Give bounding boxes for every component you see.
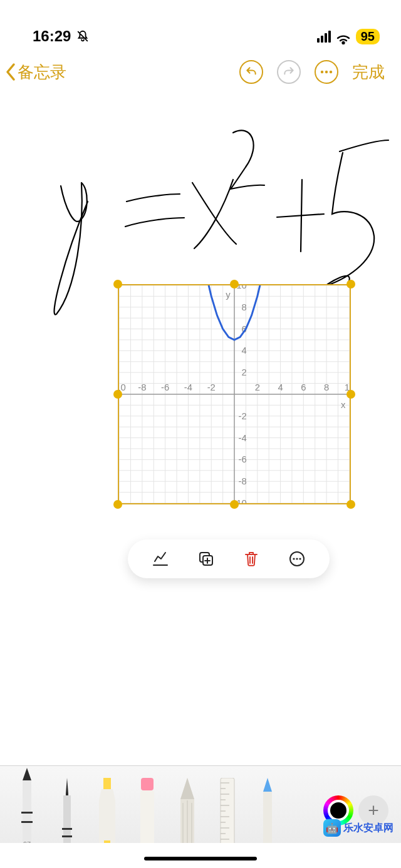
svg-point-0	[321, 71, 323, 73]
chevron-left-icon	[5, 63, 16, 81]
redo-button[interactable]	[277, 60, 301, 84]
svg-text:y: y	[226, 290, 231, 300]
status-bar: 16:29 95	[0, 0, 401, 49]
resize-handle[interactable]	[346, 280, 355, 288]
wifi-icon	[336, 31, 351, 42]
svg-text:8: 8	[324, 382, 329, 392]
delete-button[interactable]	[242, 549, 261, 568]
svg-text:2: 2	[255, 382, 260, 392]
note-canvas[interactable]: -10-8-6-4-2246810-10-8-6-4-2246810xy	[0, 95, 401, 746]
svg-point-73	[293, 558, 294, 559]
copy-button[interactable]	[197, 549, 216, 568]
svg-rect-81	[62, 835, 72, 837]
drawing-tools: 978050	[8, 762, 321, 843]
resize-handle[interactable]	[113, 390, 122, 399]
svg-text:-6: -6	[161, 382, 169, 392]
svg-text:-2: -2	[239, 411, 247, 421]
svg-rect-77	[21, 812, 33, 814]
svg-text:-6: -6	[239, 454, 247, 464]
nav-actions: 完成	[239, 60, 385, 84]
status-left: 16:29	[33, 28, 90, 45]
status-right: 95	[317, 29, 380, 44]
undo-icon	[245, 66, 258, 78]
svg-rect-103	[263, 792, 272, 843]
ruler-tool[interactable]	[212, 778, 243, 843]
ellipsis-icon	[320, 70, 333, 74]
graph-plot: -10-8-6-4-2246810-10-8-6-4-2246810xy	[119, 285, 350, 503]
done-button[interactable]: 完成	[352, 61, 385, 83]
tool-size-label: 97	[23, 840, 31, 843]
back-button[interactable]: 备忘录	[5, 61, 66, 83]
svg-rect-80	[62, 828, 72, 830]
svg-text:6: 6	[301, 382, 306, 392]
svg-text:8: 8	[242, 302, 247, 312]
silent-mode-icon	[76, 29, 90, 43]
svg-text:-8: -8	[138, 382, 146, 392]
chart-line-button[interactable]	[151, 549, 170, 568]
graph-frame: -10-8-6-4-2246810-10-8-6-4-2246810xy	[118, 284, 351, 504]
svg-point-2	[330, 71, 332, 73]
back-label: 备忘录	[18, 61, 66, 83]
resize-handle[interactable]	[346, 390, 355, 399]
graph-widget[interactable]: -10-8-6-4-2246810-10-8-6-4-2246810xy	[118, 284, 351, 504]
svg-point-75	[299, 558, 301, 559]
resize-handle[interactable]	[230, 500, 239, 509]
svg-point-1	[325, 71, 328, 73]
more-options-button[interactable]	[315, 60, 338, 84]
svg-text:2: 2	[242, 367, 247, 377]
svg-rect-85	[140, 790, 154, 843]
svg-text:-8: -8	[239, 476, 247, 486]
svg-rect-78	[21, 821, 33, 823]
svg-point-74	[296, 558, 298, 559]
undo-button[interactable]	[239, 60, 263, 84]
fineliner-tool[interactable]	[51, 778, 83, 843]
graph-toolbar	[128, 539, 330, 578]
resize-handle[interactable]	[113, 500, 122, 509]
svg-rect-89	[221, 778, 234, 843]
svg-text:x: x	[341, 400, 346, 410]
svg-text:4: 4	[242, 345, 247, 355]
svg-text:4: 4	[278, 382, 283, 392]
watermark: 🤖 乐水安卓网	[323, 819, 393, 837]
svg-rect-82	[103, 778, 111, 789]
cell-signal-icon	[317, 31, 331, 43]
svg-rect-84	[141, 778, 154, 790]
watermark-text: 乐水安卓网	[343, 822, 393, 835]
svg-text:-2: -2	[207, 382, 216, 392]
svg-text:-4: -4	[184, 382, 192, 392]
more-button[interactable]	[288, 549, 306, 568]
pen-tool[interactable]: 97	[11, 768, 43, 843]
color-swatch-icon	[328, 800, 349, 821]
crayon-tool[interactable]: 50	[252, 778, 283, 843]
highlighter-tool[interactable]: 80	[91, 778, 123, 843]
resize-handle[interactable]	[113, 280, 122, 288]
pencil-texture-tool[interactable]	[172, 778, 203, 843]
resize-handle[interactable]	[230, 280, 239, 288]
battery-level: 95	[356, 29, 380, 44]
svg-rect-83	[104, 840, 110, 843]
status-time: 16:29	[33, 28, 71, 45]
nav-bar: 备忘录 完成	[0, 49, 401, 95]
watermark-logo-icon: 🤖	[323, 819, 341, 837]
eraser-tool[interactable]	[132, 778, 163, 843]
plus-icon: +	[368, 800, 379, 821]
resize-handle[interactable]	[346, 500, 355, 509]
redo-icon	[283, 66, 295, 78]
svg-text:-4: -4	[239, 433, 247, 443]
home-indicator[interactable]	[144, 857, 257, 860]
